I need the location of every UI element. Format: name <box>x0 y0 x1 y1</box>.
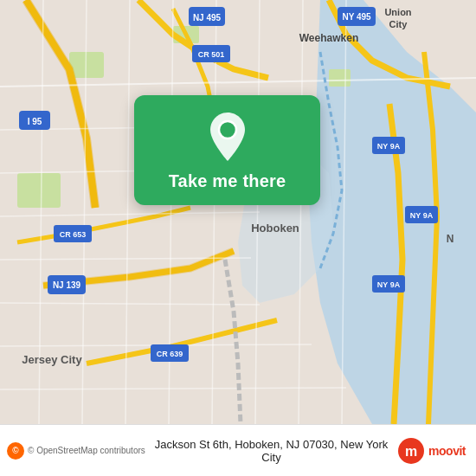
svg-text:NY 9A: NY 9A <box>377 142 401 151</box>
location-pin-icon <box>204 111 251 163</box>
svg-text:Weehawken: Weehawken <box>299 32 358 44</box>
svg-text:NY 9A: NY 9A <box>410 211 434 220</box>
bottom-bar: © © OpenStreetMap contributors Jackson S… <box>0 424 476 476</box>
svg-text:Hoboken: Hoboken <box>251 222 299 235</box>
attribution: © © OpenStreetMap contributors <box>7 442 145 460</box>
svg-text:NY 495: NY 495 <box>342 12 371 22</box>
svg-rect-4 <box>329 69 351 87</box>
address-text: Jackson St 6th, Hoboken, NJ 07030, New Y… <box>145 438 397 464</box>
svg-text:Union: Union <box>384 7 411 17</box>
svg-text:I 95: I 95 <box>28 117 42 126</box>
svg-text:CR 639: CR 639 <box>157 350 183 358</box>
attribution-text: © OpenStreetMap contributors <box>28 446 145 455</box>
svg-text:CR 653: CR 653 <box>60 230 87 239</box>
map-container: I 95 NJ 495 CR 501 CR 653 NJ 139 CR 639 … <box>0 0 476 424</box>
svg-text:NY 9A: NY 9A <box>377 280 401 289</box>
svg-text:NJ 495: NJ 495 <box>193 13 222 23</box>
svg-rect-3 <box>17 173 61 208</box>
moovit-logo: m moovit <box>397 437 466 465</box>
svg-text:m: m <box>405 444 417 459</box>
svg-text:CR 501: CR 501 <box>198 50 225 59</box>
take-me-there-label: Take me there <box>169 171 286 191</box>
location-card[interactable]: Take me there <box>134 95 320 205</box>
osm-logo: © <box>7 442 24 460</box>
svg-text:City: City <box>389 19 408 29</box>
svg-text:N: N <box>447 233 454 245</box>
svg-text:NJ 139: NJ 139 <box>53 280 81 290</box>
moovit-text: moovit <box>428 444 466 458</box>
map-svg: I 95 NJ 495 CR 501 CR 653 NJ 139 CR 639 … <box>0 0 476 424</box>
moovit-icon: m <box>397 437 425 465</box>
svg-text:Jersey City: Jersey City <box>22 353 82 366</box>
